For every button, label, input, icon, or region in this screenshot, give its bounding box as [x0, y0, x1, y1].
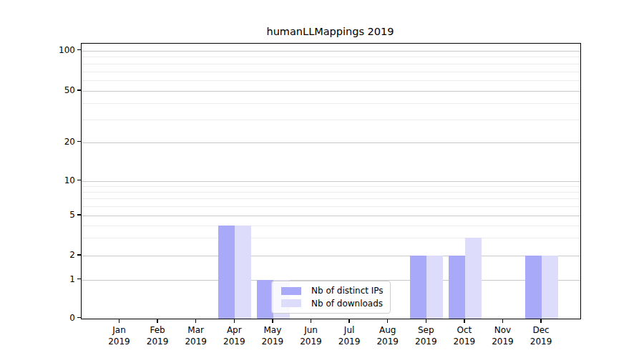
figure: humanLLMappings 2019 Nb of distinct IPs … — [0, 0, 644, 358]
bar-downloads-dec — [542, 256, 558, 319]
bar-distinct-ips-apr — [218, 226, 235, 319]
x-tick-mark — [426, 319, 427, 323]
plot-area: Nb of distinct IPs Nb of downloads — [81, 43, 581, 319]
x-tick-label: Oct 2019 — [445, 324, 484, 347]
y-tick-mark — [77, 317, 81, 319]
y-tick-label: 5 — [42, 209, 75, 221]
y-tick-mark — [77, 90, 81, 91]
gridline-minor — [82, 80, 580, 81]
y-tick-label: 100 — [42, 44, 75, 56]
y-tick-label: 2 — [42, 249, 75, 261]
y-tick-mark — [77, 254, 81, 256]
gridline-minor — [82, 192, 580, 193]
x-tick-mark — [464, 319, 465, 323]
x-tick-mark — [540, 319, 542, 323]
bar-distinct-ips-sep — [410, 256, 426, 319]
x-tick-label: Dec 2019 — [522, 324, 560, 347]
x-tick-mark — [387, 319, 389, 323]
x-tick-label: Nov 2019 — [484, 324, 522, 347]
legend-swatch-downloads — [281, 299, 301, 307]
gridline-minor — [82, 206, 580, 207]
x-tick-mark — [272, 319, 273, 323]
gridline-major — [82, 91, 580, 92]
x-tick-mark — [119, 319, 120, 323]
x-tick-mark — [195, 319, 197, 323]
gridline-major — [82, 181, 580, 182]
legend-item-downloads: Nb of downloads — [281, 299, 383, 309]
gridline-minor — [82, 226, 580, 226]
legend-label-distinct-ips: Nb of distinct IPs — [311, 286, 384, 296]
gridline-minor — [82, 64, 580, 64]
y-tick-label: 20 — [42, 136, 75, 147]
gridline-minor — [82, 186, 580, 187]
legend-swatch-distinct-ips — [281, 287, 301, 295]
y-tick-label: 0 — [42, 312, 75, 324]
y-tick-mark — [77, 49, 81, 51]
bar-downloads-apr — [235, 226, 251, 319]
gridline-minor — [82, 120, 580, 120]
y-tick-mark — [77, 214, 81, 216]
gridline-minor — [82, 198, 580, 199]
y-tick-mark — [77, 279, 81, 280]
bar-downloads-sep — [426, 256, 443, 319]
bar-distinct-ips-dec — [525, 256, 542, 319]
x-tick-label: Jul 2019 — [330, 324, 369, 347]
gridline-major — [82, 256, 580, 256]
y-tick-mark — [77, 141, 81, 142]
legend: Nb of distinct IPs Nb of downloads — [271, 281, 391, 314]
x-tick-label: May 2019 — [253, 324, 292, 347]
legend-item-distinct-ips: Nb of distinct IPs — [281, 286, 383, 296]
x-tick-label: Sep 2019 — [406, 324, 445, 347]
bar-distinct-ips-oct — [449, 256, 465, 319]
gridline-minor — [82, 57, 580, 57]
x-tick-mark — [502, 319, 504, 323]
chart-title: humanLLMappings 2019 — [81, 26, 580, 37]
gridline-major — [82, 51, 580, 52]
y-tick-mark — [77, 180, 81, 181]
x-tick-label: Apr 2019 — [215, 324, 253, 347]
gridline-major — [82, 216, 580, 216]
gridline-minor — [82, 72, 580, 72]
y-tick-label: 1 — [42, 274, 75, 285]
gridline-major — [82, 142, 580, 143]
bar-downloads-oct — [465, 238, 482, 319]
x-tick-mark — [311, 319, 312, 323]
gridline-minor — [82, 103, 580, 104]
x-tick-mark — [348, 319, 350, 323]
x-tick-mark — [157, 319, 158, 323]
y-tick-label: 50 — [42, 84, 75, 96]
x-tick-label: Jan 2019 — [100, 324, 139, 347]
x-tick-label: Jun 2019 — [292, 324, 331, 347]
x-tick-mark — [234, 319, 235, 323]
x-tick-label: Mar 2019 — [177, 324, 215, 347]
y-tick-label: 10 — [42, 175, 75, 186]
x-tick-label: Feb 2019 — [138, 324, 177, 347]
gridline-minor — [82, 238, 580, 238]
x-tick-label: Aug 2019 — [369, 324, 407, 347]
legend-label-downloads: Nb of downloads — [311, 299, 383, 309]
